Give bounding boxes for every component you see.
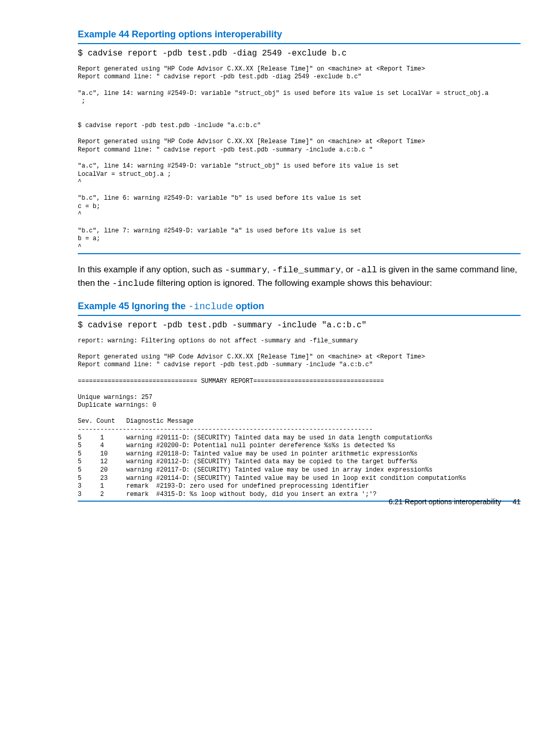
page-footer: 6.21 Report options interoperability 41 <box>388 498 521 506</box>
example-45-command: $ cadvise report -pdb test.pdb -summary … <box>78 320 521 331</box>
heading-text: option <box>233 301 264 311</box>
inline-code: -include <box>112 279 155 288</box>
page-container: Example 44 Reporting options interoperab… <box>0 0 560 527</box>
divider <box>78 253 521 254</box>
body-paragraph: In this example if any option, such as -… <box>78 264 521 290</box>
inline-code: -summary <box>225 265 268 275</box>
para-text: In this example if any option, such as <box>78 265 225 274</box>
divider <box>78 43 521 44</box>
footer-page-number: 41 <box>512 498 521 506</box>
inline-code: -include <box>188 301 233 312</box>
example-45-output: report: warning: Filtering options do no… <box>78 337 466 498</box>
example-45-heading: Example 45 Ignoring the -include option <box>78 301 521 312</box>
para-text: , or <box>341 265 356 274</box>
inline-code: -file_summary <box>272 265 341 275</box>
example-44-output: Report generated using "HP Code Advisor … <box>78 65 488 251</box>
example-44-code: $ cadvise report -pdb test.pdb -diag 254… <box>78 48 521 251</box>
heading-text: Example 45 Ignoring the <box>78 301 188 311</box>
footer-section: 6.21 Report options interoperability <box>388 498 501 506</box>
para-text: , <box>267 265 272 274</box>
example-45-code: $ cadvise report -pdb test.pdb -summary … <box>78 320 521 499</box>
example-44-command: $ cadvise report -pdb test.pdb -diag 254… <box>78 48 521 59</box>
divider <box>78 315 521 316</box>
para-text: filtering option is ignored. The followi… <box>155 278 432 288</box>
example-44-heading: Example 44 Reporting options interoperab… <box>78 29 521 40</box>
inline-code: -all <box>356 265 377 275</box>
